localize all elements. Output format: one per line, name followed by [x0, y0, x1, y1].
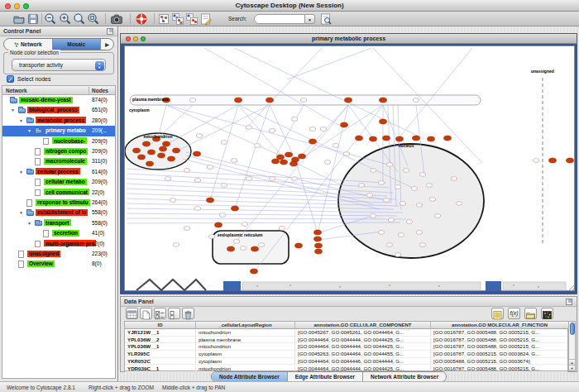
- graph-node[interactable]: [194, 207, 201, 211]
- column-header[interactable]: annotation.GO CELLULAR_COMPONENT: [295, 322, 431, 329]
- graph-node[interactable]: [291, 117, 298, 122]
- network-tree-row[interactable]: ▼establishment of lo558(0): [2, 208, 115, 218]
- graph-node[interactable]: [567, 158, 574, 163]
- graph-node[interactable]: [290, 161, 298, 166]
- graph-node[interactable]: [184, 227, 190, 231]
- graph-node[interactable]: [426, 184, 433, 188]
- graph-node[interactable]: [383, 136, 390, 141]
- graph-node[interactable]: [413, 98, 419, 103]
- disclosure-arrow[interactable]: ▼: [27, 221, 31, 226]
- tree-column-nodes[interactable]: Nodes: [92, 88, 108, 93]
- graph-node[interactable]: [386, 163, 393, 167]
- graph-node[interactable]: [416, 231, 423, 235]
- graph-node[interactable]: [221, 184, 227, 188]
- graph-node[interactable]: [343, 152, 350, 156]
- unselect-attributes-icon[interactable]: [168, 308, 180, 319]
- select-nodes-checkbox[interactable]: ✓: [7, 75, 14, 83]
- new-attribute-icon[interactable]: [140, 308, 152, 319]
- graph-node[interactable]: [400, 202, 406, 206]
- graph-node[interactable]: [406, 220, 413, 224]
- graph-node[interactable]: [309, 139, 317, 144]
- import-attributes-icon[interactable]: [524, 308, 537, 319]
- scroll-up-arrow[interactable]: ▲: [569, 359, 575, 365]
- save-icon[interactable]: [26, 12, 40, 26]
- graph-node[interactable]: [194, 151, 201, 156]
- float-panel-icon[interactable]: [566, 299, 572, 305]
- graph-node[interactable]: [370, 169, 376, 173]
- graph-node[interactable]: [456, 202, 462, 206]
- zoom-in-icon[interactable]: [59, 12, 72, 26]
- network-tree-row[interactable]: nitrogen compo209(0): [2, 146, 115, 156]
- resize-grip-icon[interactable]: [568, 285, 574, 291]
- graph-node[interactable]: [411, 187, 418, 191]
- graph-node[interactable]: [395, 185, 401, 189]
- network-tree-row[interactable]: ▼transport558(0): [2, 218, 115, 228]
- table-row[interactable]: YPL036W__2plasma membrane[GO:0044464, GO…: [125, 337, 567, 344]
- tab-network-attribute-browser[interactable]: Network Attribute Browser: [363, 372, 446, 381]
- help-lifesaver-icon[interactable]: [135, 12, 148, 26]
- network-overview-icon[interactable]: [157, 12, 170, 26]
- node-color-dropdown[interactable]: transporter activity ▲▼: [12, 59, 106, 71]
- graph-node[interactable]: [533, 159, 539, 163]
- graph-node[interactable]: [246, 126, 252, 130]
- graph-node[interactable]: [300, 98, 307, 103]
- tab-node-attribute-browser[interactable]: Node Attribute Browser: [212, 372, 288, 381]
- graph-node[interactable]: [215, 222, 223, 227]
- graph-node[interactable]: [196, 134, 203, 138]
- graph-node[interactable]: [266, 98, 274, 103]
- network-tree-row[interactable]: secretion41(0): [2, 228, 115, 238]
- graph-node[interactable]: [207, 165, 213, 170]
- graph-node[interactable]: [163, 141, 170, 146]
- graph-node[interactable]: [280, 160, 288, 165]
- graph-node[interactable]: [235, 98, 242, 103]
- graph-node[interactable]: [291, 177, 298, 181]
- graph-node[interactable]: [242, 222, 248, 227]
- float-panel-icon[interactable]: [107, 28, 113, 35]
- network-tree-row[interactable]: cellular metabo209(0): [2, 177, 115, 187]
- graph-node[interactable]: [269, 177, 275, 181]
- graph-node[interactable]: [413, 136, 420, 141]
- graph-node[interactable]: [378, 231, 385, 235]
- graph-node[interactable]: [428, 136, 435, 141]
- graph-node[interactable]: [358, 184, 365, 188]
- network-tree-row[interactable]: ▼biological_process651(0): [2, 105, 115, 115]
- graph-node[interactable]: [207, 198, 214, 203]
- table-row[interactable]: YPL036W__1mitochondrion[GO:0044464, GO:0…: [125, 343, 567, 351]
- graph-node[interactable]: [277, 155, 285, 160]
- disclosure-arrow[interactable]: ▼: [19, 170, 23, 174]
- graph-node[interactable]: [232, 206, 239, 211]
- graph-node[interactable]: [333, 144, 339, 148]
- graph-node[interactable]: [194, 179, 201, 183]
- merge-networks-icon[interactable]: [171, 12, 184, 26]
- graph-node[interactable]: [419, 243, 426, 247]
- graph-node[interactable]: [398, 233, 404, 237]
- column-header[interactable]: _cellularLayoutRegion: [196, 322, 295, 329]
- graph-node[interactable]: [356, 136, 363, 141]
- graph-node[interactable]: [370, 214, 376, 218]
- graph-node[interactable]: [345, 98, 352, 103]
- tab-overflow-arrow[interactable]: ▶: [101, 39, 113, 50]
- graph-node[interactable]: [444, 136, 452, 141]
- disclosure-arrow[interactable]: ▼: [19, 118, 23, 123]
- graph-node[interactable]: [370, 136, 377, 141]
- graph-node[interactable]: [227, 246, 235, 251]
- graph-node[interactable]: [219, 213, 226, 218]
- graph-node[interactable]: [320, 127, 327, 131]
- graph-node[interactable]: [158, 153, 165, 158]
- network-tree-row[interactable]: nucleobase-209(0): [2, 136, 115, 146]
- tab-mosaic[interactable]: Mosaic: [53, 39, 102, 50]
- merge-attributes-icon[interactable]: [185, 12, 199, 26]
- select-attributes-icon[interactable]: [154, 308, 166, 319]
- graph-node[interactable]: [295, 243, 303, 248]
- graph-node[interactable]: [272, 159, 280, 164]
- graph-node[interactable]: [380, 119, 387, 124]
- graph-node[interactable]: [451, 177, 457, 181]
- table-row[interactable]: YKR052Ccytoplasm[GO:0044464, GO:0044446,…: [125, 358, 567, 366]
- function-builder-icon[interactable]: f(x): [508, 308, 520, 319]
- table-row[interactable]: YJR121W__1mitochondrion[GO:0045267, GO:0…: [125, 329, 567, 337]
- zoom-fit-icon[interactable]: [87, 12, 100, 26]
- tab-edge-attribute-browser[interactable]: Edge Attribute Browser: [288, 372, 363, 381]
- network-tree-row[interactable]: ▼primary metabo209(...: [2, 126, 115, 136]
- graph-node[interactable]: [285, 152, 293, 157]
- graph-node[interactable]: [269, 129, 275, 133]
